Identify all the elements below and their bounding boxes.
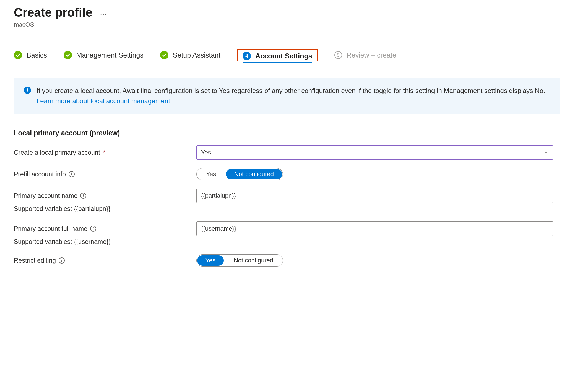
- page-title: Create profile: [14, 6, 92, 19]
- label-text: Create a local primary account: [14, 149, 100, 156]
- step-review-create: 5 Review + create: [334, 51, 396, 59]
- toggle-prefill-account-info: Yes Not configured: [196, 168, 283, 180]
- row-restrict-editing: Restrict editing i Yes Not configured: [14, 254, 574, 267]
- label-prefill-account-info: Prefill account info i: [14, 171, 196, 178]
- label-text: Primary account name: [14, 192, 77, 200]
- info-icon[interactable]: i: [90, 226, 96, 232]
- toggle-option-not-configured[interactable]: Not configured: [224, 255, 283, 266]
- label-text: Prefill account info: [14, 171, 66, 178]
- step-label: Review + create: [347, 51, 396, 59]
- check-icon: [64, 51, 72, 59]
- label-create-local-primary: Create a local primary account *: [14, 149, 196, 156]
- header: Create profile ···: [14, 6, 574, 19]
- step-label: Basics: [27, 51, 47, 59]
- toggle-option-yes[interactable]: Yes: [197, 255, 224, 266]
- wizard-steps: Basics Management Settings Setup Assista…: [14, 49, 574, 61]
- select-create-local-primary[interactable]: Yes: [196, 145, 553, 160]
- step-account-settings[interactable]: 4 Account Settings: [243, 52, 312, 63]
- check-icon: [160, 51, 168, 59]
- hint-primary-account-name: Supported variables: {{partialupn}}: [14, 205, 574, 213]
- step-number-icon: 5: [334, 51, 342, 59]
- input-primary-account-name[interactable]: [196, 189, 553, 203]
- row-primary-account-full-name: Primary account full name i: [14, 221, 574, 236]
- section-heading: Local primary account (preview): [14, 129, 574, 137]
- label-primary-account-full-name: Primary account full name i: [14, 225, 196, 233]
- learn-more-link[interactable]: Learn more about local account managemen…: [37, 97, 170, 105]
- hint-primary-account-full-name: Supported variables: {{username}}: [14, 238, 574, 246]
- info-icon[interactable]: i: [80, 193, 86, 199]
- row-create-local-primary: Create a local primary account * Yes: [14, 145, 574, 160]
- step-basics[interactable]: Basics: [14, 51, 47, 59]
- info-banner-text: If you create a local account, Await fin…: [37, 86, 550, 106]
- page-subtitle: macOS: [14, 21, 574, 28]
- info-icon[interactable]: i: [69, 171, 75, 177]
- info-banner: i If you create a local account, Await f…: [14, 78, 560, 114]
- label-text: Primary account full name: [14, 225, 87, 233]
- info-icon: i: [24, 87, 31, 94]
- label-primary-account-name: Primary account name i: [14, 192, 196, 200]
- step-setup-assistant[interactable]: Setup Assistant: [160, 51, 220, 59]
- required-indicator: *: [103, 149, 105, 156]
- toggle-option-yes[interactable]: Yes: [197, 168, 225, 180]
- select-value: Yes: [201, 149, 211, 156]
- step-label: Management Settings: [76, 51, 144, 59]
- row-prefill-account-info: Prefill account info i Yes Not configure…: [14, 168, 574, 180]
- step-number-icon: 4: [243, 52, 251, 60]
- step-label: Account Settings: [255, 52, 312, 60]
- step-management-settings[interactable]: Management Settings: [64, 51, 144, 59]
- toggle-option-not-configured[interactable]: Not configured: [226, 169, 282, 179]
- info-icon[interactable]: i: [59, 257, 65, 264]
- check-icon: [14, 51, 22, 59]
- input-primary-account-full-name[interactable]: [196, 221, 553, 236]
- label-text: Restrict editing: [14, 257, 56, 264]
- highlight-current-step: 4 Account Settings: [237, 49, 318, 61]
- toggle-restrict-editing: Yes Not configured: [196, 254, 283, 267]
- page-root: Create profile ··· macOS Basics Manageme…: [0, 0, 588, 272]
- more-icon[interactable]: ···: [100, 8, 107, 17]
- label-restrict-editing: Restrict editing i: [14, 257, 196, 264]
- chevron-down-icon: [543, 149, 548, 156]
- step-label: Setup Assistant: [173, 51, 220, 59]
- row-primary-account-name: Primary account name i: [14, 189, 574, 203]
- info-banner-body: If you create a local account, Await fin…: [37, 87, 545, 94]
